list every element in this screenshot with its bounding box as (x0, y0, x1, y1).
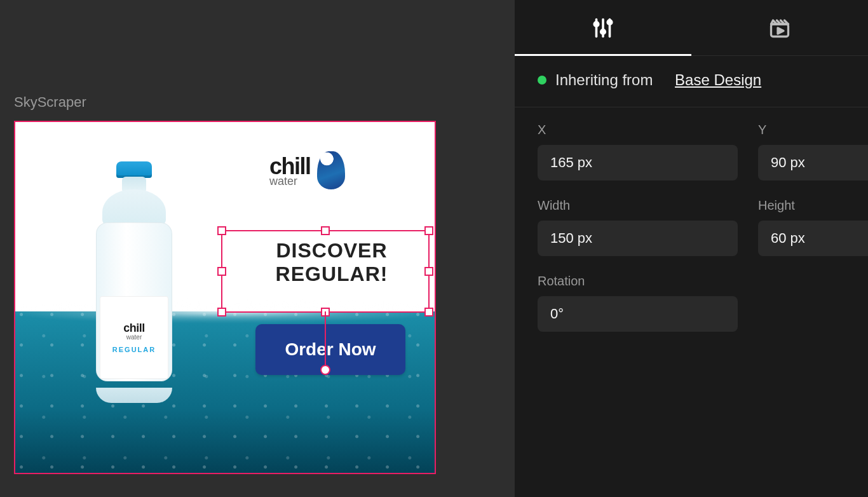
panel-tabs (515, 0, 868, 56)
tab-properties[interactable] (515, 0, 691, 55)
headline-line-2: REGULAR! (276, 262, 388, 285)
prop-height-label: Height (758, 198, 868, 213)
clapperboard-icon (768, 17, 791, 39)
resize-handle-top-right[interactable] (424, 226, 433, 235)
prop-y-input[interactable] (758, 145, 868, 180)
bottle-variant: REGULAR (112, 346, 156, 353)
prop-x-input[interactable] (538, 145, 738, 180)
prop-y: Y (758, 123, 868, 180)
prop-y-label: Y (758, 123, 868, 137)
resize-handle-right[interactable] (424, 267, 433, 276)
prop-x: X (538, 123, 738, 180)
canvas-area[interactable]: SkyScraper chill water REGULAR chill wat… (0, 0, 515, 497)
prop-x-label: X (538, 123, 738, 137)
prop-height-input[interactable] (758, 221, 868, 256)
sliders-icon (592, 17, 614, 39)
prop-height: Height (758, 198, 868, 256)
logo: chill water (269, 151, 345, 189)
inherit-source-link[interactable]: Base Design (675, 71, 761, 89)
prop-width-label: Width (538, 198, 738, 213)
svg-point-3 (594, 22, 599, 26)
bottle-brand: chill (123, 322, 145, 335)
resize-handle-left[interactable] (217, 267, 226, 276)
cta-button[interactable]: Order Now (255, 324, 405, 375)
prop-rotation-input[interactable] (538, 296, 738, 332)
headline-line-1: DISCOVER (276, 239, 387, 262)
bottle-subbrand: water (126, 334, 142, 341)
headline-text[interactable]: DISCOVER REGULAR! (255, 239, 408, 286)
inheritance-row: Inheriting from Base Design (515, 56, 868, 107)
prop-rotation-label: Rotation (538, 274, 738, 289)
resize-handle-top[interactable] (321, 226, 330, 235)
bottle-image: chill water REGULAR (88, 161, 180, 403)
inherit-prefix: Inheriting from (555, 71, 653, 89)
prop-rotation: Rotation (538, 274, 738, 332)
svg-point-4 (601, 29, 606, 34)
prop-width: Width (538, 198, 738, 256)
svg-marker-7 (778, 28, 783, 34)
properties-panel: Inheriting from Base Design X Y Width He… (515, 0, 868, 497)
prop-width-input[interactable] (538, 221, 738, 256)
svg-point-5 (607, 20, 612, 24)
artboard-skyscraper[interactable]: chill water REGULAR chill water DISCOVER… (14, 121, 436, 474)
water-drop-icon (317, 151, 345, 189)
resize-handle-top-left[interactable] (217, 226, 226, 235)
properties-grid: X Y Width Height Rotation (515, 107, 868, 347)
artboard-label: SkyScraper (14, 94, 501, 111)
tab-animation[interactable] (691, 0, 868, 55)
inherit-status-dot (538, 76, 546, 85)
